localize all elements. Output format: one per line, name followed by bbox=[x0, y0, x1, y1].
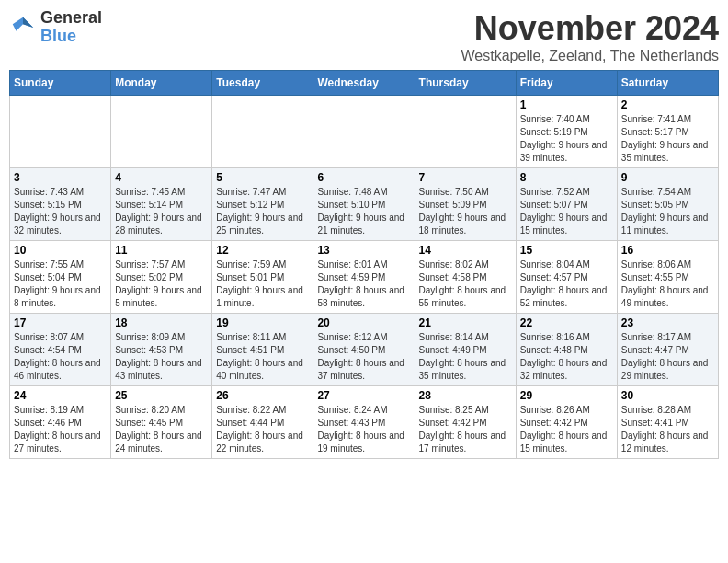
calendar-cell: 16Sunrise: 8:06 AM Sunset: 4:55 PM Dayli… bbox=[617, 241, 718, 314]
day-number: 11 bbox=[115, 244, 208, 257]
week-row-4: 24Sunrise: 8:19 AM Sunset: 4:46 PM Dayli… bbox=[10, 386, 719, 459]
calendar-cell: 8Sunrise: 7:52 AM Sunset: 5:07 PM Daylig… bbox=[516, 168, 617, 241]
calendar-cell bbox=[10, 96, 111, 168]
calendar-cell: 28Sunrise: 8:25 AM Sunset: 4:42 PM Dayli… bbox=[415, 386, 516, 459]
day-number: 20 bbox=[317, 316, 410, 329]
location-subtitle: Westkapelle, Zeeland, The Netherlands bbox=[461, 48, 719, 64]
calendar-cell bbox=[313, 96, 415, 168]
day-info: Sunrise: 7:50 AM Sunset: 5:09 PM Dayligh… bbox=[419, 186, 512, 237]
calendar-cell: 17Sunrise: 8:07 AM Sunset: 4:54 PM Dayli… bbox=[10, 314, 111, 386]
day-number: 5 bbox=[216, 171, 309, 184]
day-number: 21 bbox=[419, 316, 512, 329]
calendar-cell: 14Sunrise: 8:02 AM Sunset: 4:58 PM Dayli… bbox=[415, 241, 516, 314]
calendar-cell: 1Sunrise: 7:40 AM Sunset: 5:19 PM Daylig… bbox=[516, 96, 617, 168]
day-number: 14 bbox=[419, 244, 512, 257]
calendar-cell: 24Sunrise: 8:19 AM Sunset: 4:46 PM Dayli… bbox=[10, 386, 111, 459]
header-tuesday: Tuesday bbox=[212, 71, 313, 96]
day-number: 22 bbox=[520, 316, 613, 329]
day-info: Sunrise: 8:28 AM Sunset: 4:41 PM Dayligh… bbox=[621, 404, 714, 455]
day-info: Sunrise: 8:26 AM Sunset: 4:42 PM Dayligh… bbox=[520, 404, 613, 455]
day-number: 3 bbox=[14, 171, 107, 184]
day-number: 15 bbox=[520, 244, 613, 257]
day-info: Sunrise: 7:52 AM Sunset: 5:07 PM Dayligh… bbox=[520, 186, 613, 237]
calendar-cell: 22Sunrise: 8:16 AM Sunset: 4:48 PM Dayli… bbox=[516, 314, 617, 386]
calendar-cell: 13Sunrise: 8:01 AM Sunset: 4:59 PM Dayli… bbox=[313, 241, 415, 314]
day-number: 17 bbox=[14, 316, 107, 329]
day-info: Sunrise: 7:40 AM Sunset: 5:19 PM Dayligh… bbox=[520, 113, 613, 165]
day-info: Sunrise: 7:55 AM Sunset: 5:04 PM Dayligh… bbox=[14, 259, 107, 310]
day-number: 6 bbox=[317, 171, 410, 184]
day-info: Sunrise: 8:24 AM Sunset: 4:43 PM Dayligh… bbox=[317, 404, 410, 455]
day-info: Sunrise: 8:02 AM Sunset: 4:58 PM Dayligh… bbox=[419, 259, 512, 310]
calendar-cell: 4Sunrise: 7:45 AM Sunset: 5:14 PM Daylig… bbox=[111, 168, 212, 241]
day-info: Sunrise: 8:20 AM Sunset: 4:45 PM Dayligh… bbox=[115, 404, 208, 455]
day-info: Sunrise: 7:48 AM Sunset: 5:10 PM Dayligh… bbox=[317, 186, 410, 237]
day-number: 28 bbox=[419, 389, 512, 402]
day-info: Sunrise: 8:06 AM Sunset: 4:55 PM Dayligh… bbox=[621, 259, 714, 310]
day-info: Sunrise: 8:07 AM Sunset: 4:54 PM Dayligh… bbox=[14, 331, 107, 383]
day-number: 7 bbox=[419, 171, 512, 184]
day-number: 9 bbox=[621, 171, 714, 184]
day-number: 27 bbox=[317, 389, 410, 402]
day-info: Sunrise: 8:22 AM Sunset: 4:44 PM Dayligh… bbox=[216, 404, 309, 455]
calendar-table: SundayMondayTuesdayWednesdayThursdayFrid… bbox=[9, 70, 719, 459]
day-number: 30 bbox=[621, 389, 714, 402]
calendar-cell: 27Sunrise: 8:24 AM Sunset: 4:43 PM Dayli… bbox=[313, 386, 415, 459]
calendar-body: 1Sunrise: 7:40 AM Sunset: 5:19 PM Daylig… bbox=[10, 96, 719, 459]
calendar-cell: 5Sunrise: 7:47 AM Sunset: 5:12 PM Daylig… bbox=[212, 168, 313, 241]
logo-icon bbox=[9, 14, 37, 41]
logo: General Blue bbox=[9, 9, 102, 46]
calendar-header: SundayMondayTuesdayWednesdayThursdayFrid… bbox=[10, 71, 719, 96]
svg-marker-1 bbox=[23, 17, 33, 28]
day-info: Sunrise: 8:17 AM Sunset: 4:47 PM Dayligh… bbox=[621, 331, 714, 383]
day-number: 24 bbox=[14, 389, 107, 402]
page-header: General Blue November 2024 Westkapelle, … bbox=[9, 9, 719, 64]
calendar-cell bbox=[415, 96, 516, 168]
week-row-1: 3Sunrise: 7:43 AM Sunset: 5:15 PM Daylig… bbox=[10, 168, 719, 241]
day-info: Sunrise: 7:47 AM Sunset: 5:12 PM Dayligh… bbox=[216, 186, 309, 237]
calendar-cell: 12Sunrise: 7:59 AM Sunset: 5:01 PM Dayli… bbox=[212, 241, 313, 314]
day-number: 12 bbox=[216, 244, 309, 257]
calendar-cell: 23Sunrise: 8:17 AM Sunset: 4:47 PM Dayli… bbox=[617, 314, 718, 386]
day-number: 26 bbox=[216, 389, 309, 402]
calendar-cell: 9Sunrise: 7:54 AM Sunset: 5:05 PM Daylig… bbox=[617, 168, 718, 241]
day-number: 8 bbox=[520, 171, 613, 184]
day-number: 13 bbox=[317, 244, 410, 257]
day-number: 16 bbox=[621, 244, 714, 257]
calendar-cell bbox=[212, 96, 313, 168]
day-number: 2 bbox=[621, 98, 714, 111]
day-info: Sunrise: 7:41 AM Sunset: 5:17 PM Dayligh… bbox=[621, 113, 714, 165]
calendar-cell: 21Sunrise: 8:14 AM Sunset: 4:49 PM Dayli… bbox=[415, 314, 516, 386]
day-info: Sunrise: 8:12 AM Sunset: 4:50 PM Dayligh… bbox=[317, 331, 410, 383]
header-monday: Monday bbox=[111, 71, 212, 96]
header-sunday: Sunday bbox=[10, 71, 111, 96]
day-number: 19 bbox=[216, 316, 309, 329]
week-row-2: 10Sunrise: 7:55 AM Sunset: 5:04 PM Dayli… bbox=[10, 241, 719, 314]
calendar-cell: 2Sunrise: 7:41 AM Sunset: 5:17 PM Daylig… bbox=[617, 96, 718, 168]
calendar-cell: 30Sunrise: 8:28 AM Sunset: 4:41 PM Dayli… bbox=[617, 386, 718, 459]
header-row: SundayMondayTuesdayWednesdayThursdayFrid… bbox=[10, 71, 719, 96]
calendar-cell: 15Sunrise: 8:04 AM Sunset: 4:57 PM Dayli… bbox=[516, 241, 617, 314]
calendar-cell: 19Sunrise: 8:11 AM Sunset: 4:51 PM Dayli… bbox=[212, 314, 313, 386]
header-thursday: Thursday bbox=[415, 71, 516, 96]
day-info: Sunrise: 8:19 AM Sunset: 4:46 PM Dayligh… bbox=[14, 404, 107, 455]
day-info: Sunrise: 8:14 AM Sunset: 4:49 PM Dayligh… bbox=[419, 331, 512, 383]
logo-text: General Blue bbox=[40, 9, 102, 46]
day-info: Sunrise: 7:43 AM Sunset: 5:15 PM Dayligh… bbox=[14, 186, 107, 237]
day-info: Sunrise: 7:59 AM Sunset: 5:01 PM Dayligh… bbox=[216, 259, 309, 310]
calendar-cell: 18Sunrise: 8:09 AM Sunset: 4:53 PM Dayli… bbox=[111, 314, 212, 386]
header-friday: Friday bbox=[516, 71, 617, 96]
calendar-cell: 26Sunrise: 8:22 AM Sunset: 4:44 PM Dayli… bbox=[212, 386, 313, 459]
calendar-cell: 29Sunrise: 8:26 AM Sunset: 4:42 PM Dayli… bbox=[516, 386, 617, 459]
day-info: Sunrise: 8:16 AM Sunset: 4:48 PM Dayligh… bbox=[520, 331, 613, 383]
day-info: Sunrise: 8:11 AM Sunset: 4:51 PM Dayligh… bbox=[216, 331, 309, 383]
calendar-cell: 20Sunrise: 8:12 AM Sunset: 4:50 PM Dayli… bbox=[313, 314, 415, 386]
day-number: 1 bbox=[520, 98, 613, 111]
calendar-cell bbox=[111, 96, 212, 168]
calendar-cell: 25Sunrise: 8:20 AM Sunset: 4:45 PM Dayli… bbox=[111, 386, 212, 459]
day-number: 25 bbox=[115, 389, 208, 402]
day-info: Sunrise: 7:45 AM Sunset: 5:14 PM Dayligh… bbox=[115, 186, 208, 237]
calendar-cell: 6Sunrise: 7:48 AM Sunset: 5:10 PM Daylig… bbox=[313, 168, 415, 241]
week-row-0: 1Sunrise: 7:40 AM Sunset: 5:19 PM Daylig… bbox=[10, 96, 719, 168]
header-saturday: Saturday bbox=[617, 71, 718, 96]
